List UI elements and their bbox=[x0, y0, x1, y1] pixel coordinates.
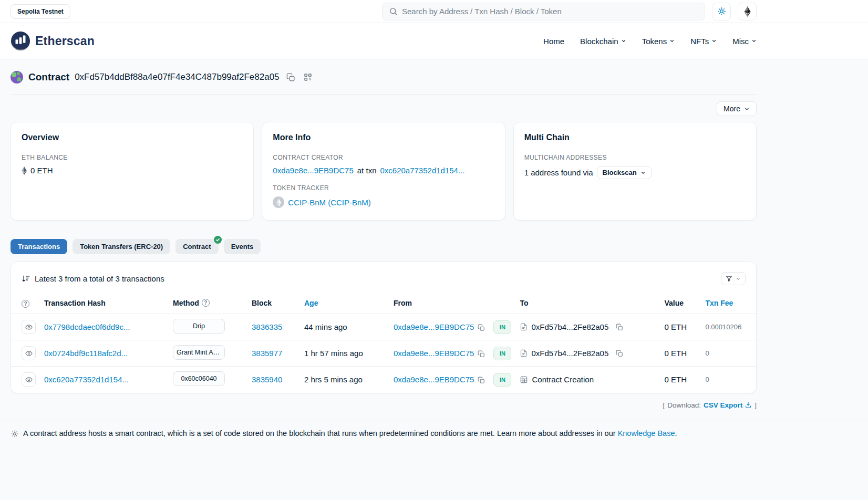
etherscan-logo-icon bbox=[11, 31, 30, 51]
multichain-found-text: 1 address found via bbox=[524, 168, 593, 177]
contract-creator-label: CONTRACT CREATOR bbox=[273, 154, 494, 161]
tab-bar: Transactions Token Transfers (ERC-20) Co… bbox=[11, 239, 757, 254]
theme-toggle-button[interactable] bbox=[712, 3, 731, 20]
method-badge: Drip bbox=[173, 319, 225, 334]
chevron-down-icon bbox=[736, 276, 741, 282]
direction-badge: IN bbox=[493, 373, 511, 387]
knowledge-base-link[interactable]: Knowledge Base bbox=[618, 429, 675, 438]
from-address-link[interactable]: 0xda9e8e...9EB9DC75 bbox=[394, 349, 474, 358]
table-row: 0x0724bdf9c118afc2d... Grant Mint An... … bbox=[11, 340, 756, 367]
tab-token-transfers[interactable]: Token Transfers (ERC-20) bbox=[73, 239, 170, 254]
multichain-card: Multi Chain MULTICHAIN ADDRESSES 1 addre… bbox=[513, 122, 757, 221]
multichain-card-title: Multi Chain bbox=[524, 133, 746, 142]
help-icon[interactable]: ? bbox=[22, 300, 29, 308]
nav-item-nfts[interactable]: NFTs bbox=[690, 37, 717, 46]
creator-address-link[interactable]: 0xda9e8e...9EB9DC75 bbox=[273, 166, 353, 175]
value-text: 0 ETH bbox=[664, 322, 687, 331]
nav-item-blockchain[interactable]: Blockchain bbox=[580, 37, 626, 46]
document-icon bbox=[520, 323, 528, 331]
direction-badge: IN bbox=[493, 347, 511, 360]
csv-export-row: [ Download: CSV Export ] bbox=[11, 401, 757, 409]
to-address-text: 0xFd57b4...2Fe82a05 bbox=[531, 349, 608, 358]
from-address-link[interactable]: 0xda9e8e...9EB9DC75 bbox=[394, 375, 474, 384]
more-info-card-title: More Info bbox=[273, 133, 494, 142]
col-txn-fee-toggle[interactable]: Txn Fee bbox=[705, 299, 733, 307]
direction-badge: IN bbox=[493, 320, 511, 334]
txn-fee-text: 0 bbox=[705, 376, 709, 383]
txn-hash-link[interactable]: 0xc620a77352d1d154... bbox=[44, 375, 129, 384]
token-tracker-label: TOKEN TRACKER bbox=[273, 184, 494, 192]
txn-hash-link[interactable]: 0x7798dcdaec0f6dd9c... bbox=[44, 322, 130, 331]
txn-hash-link[interactable]: 0x0724bdf9c118afc2d... bbox=[44, 349, 128, 358]
contract-info-note: A contract address hosts a smart contrac… bbox=[11, 420, 757, 438]
tab-transactions[interactable]: Transactions bbox=[11, 239, 67, 254]
more-info-card: More Info CONTRACT CREATOR 0xda9e8e...9E… bbox=[262, 122, 505, 221]
copy-icon[interactable] bbox=[616, 350, 623, 357]
copy-address-button[interactable] bbox=[285, 71, 297, 84]
nav-item-misc[interactable]: Misc bbox=[732, 37, 757, 46]
csv-export-link[interactable]: CSV Export bbox=[704, 401, 752, 409]
sort-descending-icon bbox=[22, 274, 30, 283]
qr-grid-button[interactable] bbox=[302, 71, 314, 83]
age-text: 2 hrs 5 mins ago bbox=[304, 375, 363, 384]
eth-glyph-icon bbox=[22, 166, 27, 175]
copy-icon[interactable] bbox=[478, 324, 485, 331]
note-suffix: . bbox=[675, 429, 677, 438]
nav-item-tokens[interactable]: Tokens bbox=[642, 37, 675, 46]
eye-icon bbox=[25, 324, 33, 331]
search-input[interactable] bbox=[402, 7, 698, 16]
overview-card-title: Overview bbox=[22, 133, 243, 142]
to-address-text: 0xFd57b4...2Fe82a05 bbox=[531, 322, 608, 331]
method-badge: Grant Mint An... bbox=[173, 345, 225, 360]
network-selector-button[interactable]: Sepolia Testnet bbox=[11, 4, 70, 19]
idea-bulb-icon bbox=[11, 430, 19, 438]
nav-item-home[interactable]: Home bbox=[543, 37, 564, 46]
copy-icon[interactable] bbox=[478, 377, 485, 384]
tab-events[interactable]: Events bbox=[224, 239, 261, 254]
bracket: [ bbox=[663, 401, 665, 409]
etherscan-logo[interactable]: Etherscan bbox=[11, 31, 95, 51]
eye-icon bbox=[25, 350, 33, 357]
chevron-down-icon bbox=[744, 106, 750, 112]
overview-card: Overview ETH BALANCE 0 ETH bbox=[11, 122, 254, 221]
address-avatar bbox=[11, 71, 23, 84]
col-age-toggle[interactable]: Age bbox=[304, 299, 318, 307]
block-link[interactable]: 3836335 bbox=[252, 322, 282, 331]
block-link[interactable]: 3835977 bbox=[252, 349, 282, 358]
col-transaction-hash: Transaction Hash bbox=[40, 293, 169, 314]
multichain-addresses-label: MULTICHAIN ADDRESSES bbox=[524, 154, 746, 161]
preview-eye-button[interactable] bbox=[22, 320, 36, 334]
top-bar: Sepolia Testnet bbox=[0, 0, 868, 23]
copy-icon bbox=[286, 73, 295, 82]
table-row: 0xc620a77352d1d154... 0x60c06040 3835940… bbox=[11, 367, 756, 393]
preview-eye-button[interactable] bbox=[22, 346, 36, 360]
from-address-link[interactable]: 0xda9e8e...9EB9DC75 bbox=[394, 322, 474, 331]
tab-contract[interactable]: Contract bbox=[175, 239, 218, 254]
preview-eye-button[interactable] bbox=[22, 372, 36, 387]
chevron-down-icon bbox=[711, 38, 717, 44]
value-text: 0 ETH bbox=[664, 349, 687, 358]
copy-icon[interactable] bbox=[616, 324, 623, 331]
divider bbox=[11, 94, 757, 95]
document-icon bbox=[520, 349, 528, 357]
blockscan-dropdown[interactable]: Blockscan bbox=[597, 166, 652, 179]
token-tracker-link[interactable]: CCIP-BnM (CCIP-BnM) bbox=[288, 198, 371, 207]
block-link[interactable]: 3835940 bbox=[252, 375, 282, 384]
value-text: 0 ETH bbox=[664, 375, 687, 384]
search-bar[interactable] bbox=[382, 3, 705, 20]
col-block: Block bbox=[247, 293, 300, 314]
eye-icon bbox=[25, 376, 33, 383]
chevron-down-icon bbox=[621, 38, 626, 44]
filter-button[interactable] bbox=[721, 272, 746, 285]
eth-balance-label: ETH BALANCE bbox=[22, 154, 243, 161]
txn-fee-text: 0.00010206 bbox=[705, 323, 741, 331]
help-icon[interactable]: ? bbox=[202, 299, 210, 307]
more-dropdown-button[interactable]: More bbox=[717, 101, 757, 116]
copy-icon[interactable] bbox=[478, 350, 485, 358]
col-from: From bbox=[389, 293, 489, 314]
download-label: Download: bbox=[667, 401, 701, 409]
col-value: Value bbox=[660, 293, 701, 314]
network-eth-button[interactable] bbox=[738, 3, 757, 20]
method-badge: 0x60c06040 bbox=[173, 371, 225, 386]
creation-txn-link[interactable]: 0xc620a77352d1d154... bbox=[380, 166, 464, 175]
